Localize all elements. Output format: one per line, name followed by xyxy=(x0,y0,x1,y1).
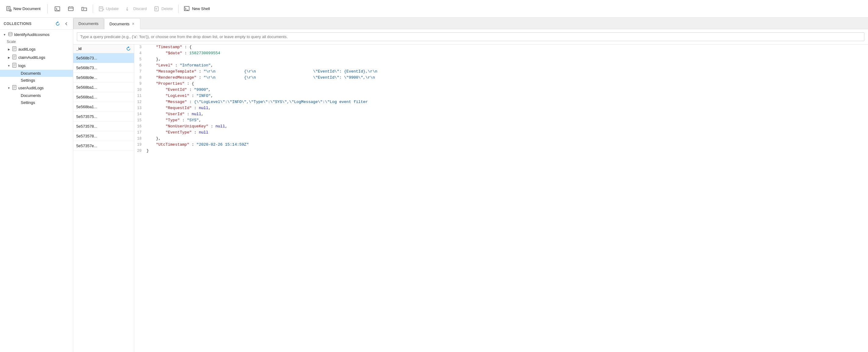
doc-list-item[interactable]: 5e573575... xyxy=(73,112,134,121)
punct-token: , xyxy=(208,87,211,92)
update-button[interactable]: Update xyxy=(95,4,122,13)
doc-list-refresh-button[interactable] xyxy=(126,46,131,51)
delete-label: Delete xyxy=(161,6,173,11)
code-line: 17 "EventType" : null xyxy=(134,130,868,136)
new-document-icon xyxy=(6,6,11,11)
code-line: 12 "Message" : {\"LogLevel\":\"INFO\",\"… xyxy=(134,99,868,105)
svg-rect-9 xyxy=(68,7,73,11)
sidebar-item-userauditlogs-documents[interactable]: Documents xyxy=(0,92,73,99)
punct-token: }, xyxy=(156,136,161,141)
code-line: 3 "Timestamp" : { xyxy=(134,44,868,50)
doc-list-item[interactable]: 5e568b73... xyxy=(73,53,134,63)
sidebar-item-logs-settings[interactable]: Settings xyxy=(0,77,73,84)
doc-list-item[interactable]: 5e568ba1... xyxy=(73,102,134,112)
line-content: "EventType" : null xyxy=(147,130,868,135)
sidebar-item-claimauditlogs[interactable]: claimAuditLogs xyxy=(0,53,73,62)
key-token: "$date" xyxy=(165,51,182,56)
tab-documents-2[interactable]: Documents × xyxy=(104,18,141,29)
sidebar-logs-settings-label: Settings xyxy=(21,78,35,82)
update-icon xyxy=(98,6,104,11)
line-number: 13 xyxy=(134,106,147,110)
key-token: "Properties" xyxy=(156,81,185,86)
line-number: 5 xyxy=(134,57,147,62)
punct-token: : xyxy=(192,130,198,135)
new-shell-button[interactable]: New Shell xyxy=(181,4,213,13)
str-token: "2020-02-26 15:14:59Z" xyxy=(196,142,249,147)
code-line: 15 "Type" : "SYS", xyxy=(134,118,868,124)
folder-open-icon xyxy=(81,6,87,12)
query-input[interactable] xyxy=(77,32,864,41)
key-token: "NonUserUniqueKey" xyxy=(165,124,208,129)
doc-list-item[interactable]: 5e568b9e... xyxy=(73,73,134,82)
tab-close-button[interactable]: × xyxy=(131,22,135,26)
sidebar-item-userauditlogs-settings[interactable]: Settings xyxy=(0,99,73,106)
indent-token xyxy=(147,87,165,92)
indent-token xyxy=(147,75,156,80)
doc-list-item[interactable]: 5e568b73... xyxy=(73,63,134,73)
sidebar-auditlogs-label: auditLogs xyxy=(18,47,35,51)
sidebar-tree: IdentifyAuditcosmos Scale auditLogs xyxy=(0,30,73,352)
code-line: 9 "Properties" : { xyxy=(134,81,868,87)
indent-token xyxy=(147,94,165,98)
toolbar-divider-2 xyxy=(178,5,179,13)
doc-list-item[interactable]: 5e573578... xyxy=(73,121,134,131)
new-document-button[interactable]: New Document xyxy=(3,4,43,13)
str-token: "9900" xyxy=(194,87,208,92)
indent-token xyxy=(147,106,165,110)
sidebar-item-logs-documents[interactable]: Documents xyxy=(0,70,73,77)
delete-button[interactable]: Delete xyxy=(151,4,176,13)
open-button[interactable] xyxy=(65,4,77,14)
sidebar-claimauditlogs-label: claimAuditLogs xyxy=(18,55,45,60)
sidebar-item-userauditlogs[interactable]: userAuditLogs xyxy=(0,84,73,92)
key-token: "EventId" xyxy=(165,87,187,92)
terminal-button[interactable] xyxy=(51,4,63,14)
line-content: "Properties" : { xyxy=(147,81,868,86)
folder-open-button[interactable] xyxy=(78,4,90,14)
str-token: {\r\n xyxy=(244,69,256,74)
discard-button[interactable]: Discard xyxy=(123,4,150,13)
doc-viewer[interactable]: 3 "Timestamp" : {4 "$date" : 15827300995… xyxy=(134,44,868,352)
doc-list-item[interactable]: 5e57357e... xyxy=(73,141,134,151)
discard-label: Discard xyxy=(133,6,147,11)
str-token: "INFO" xyxy=(196,94,211,98)
line-number: 4 xyxy=(134,51,147,56)
doc-list-item[interactable]: 5e568ba1... xyxy=(73,82,134,92)
doc-list-item[interactable]: 5e573578... xyxy=(73,131,134,141)
line-content: "RenderedMessage" : "\r\n {\r\n \"EventI… xyxy=(147,75,868,80)
tab-documents-1-label: Documents xyxy=(79,21,98,26)
toolbar-divider-1 xyxy=(93,5,93,13)
punct-token: : { xyxy=(185,81,194,86)
sidebar-collapse-button[interactable] xyxy=(63,21,69,27)
indent-token xyxy=(147,136,156,141)
punct-token: , xyxy=(225,124,227,129)
doc-list-id-column: _id xyxy=(76,47,82,51)
punct-token: : xyxy=(182,51,189,56)
sidebar-item-db-root[interactable]: IdentifyAuditcosmos xyxy=(0,31,73,38)
punct-token: : xyxy=(189,142,196,147)
indent-token xyxy=(147,142,156,147)
key-token: "UserId" xyxy=(165,112,184,116)
sidebar-userauditlogs-label: userAuditLogs xyxy=(18,85,43,90)
line-number: 10 xyxy=(134,87,147,92)
doc-list-item[interactable]: 5e568ba1... xyxy=(73,92,134,102)
sidebar-refresh-button[interactable] xyxy=(55,21,61,27)
str-token: "Information" xyxy=(180,63,211,68)
code-line: 14 "UserId" : null, xyxy=(134,111,868,118)
indent-token xyxy=(147,45,156,49)
line-number: 12 xyxy=(134,100,147,104)
open-icon xyxy=(68,6,74,12)
line-number: 15 xyxy=(134,118,147,122)
doc-list-scroll[interactable]: 5e568b73...5e568b73...5e568b9e...5e568ba… xyxy=(73,53,134,352)
str-token: {\r\n xyxy=(244,75,256,80)
line-content: } xyxy=(147,148,868,153)
tab-documents-1[interactable]: Documents xyxy=(73,18,104,29)
indent-token xyxy=(215,75,244,80)
sidebar-item-logs[interactable]: logs xyxy=(0,62,73,70)
null-token: null xyxy=(215,124,225,129)
new-document-label: New Document xyxy=(13,6,40,11)
svg-rect-13 xyxy=(155,7,158,11)
line-number: 9 xyxy=(134,81,147,86)
query-bar xyxy=(73,29,868,44)
line-number: 18 xyxy=(134,136,147,141)
sidebar-item-auditlogs[interactable]: auditLogs xyxy=(0,45,73,53)
